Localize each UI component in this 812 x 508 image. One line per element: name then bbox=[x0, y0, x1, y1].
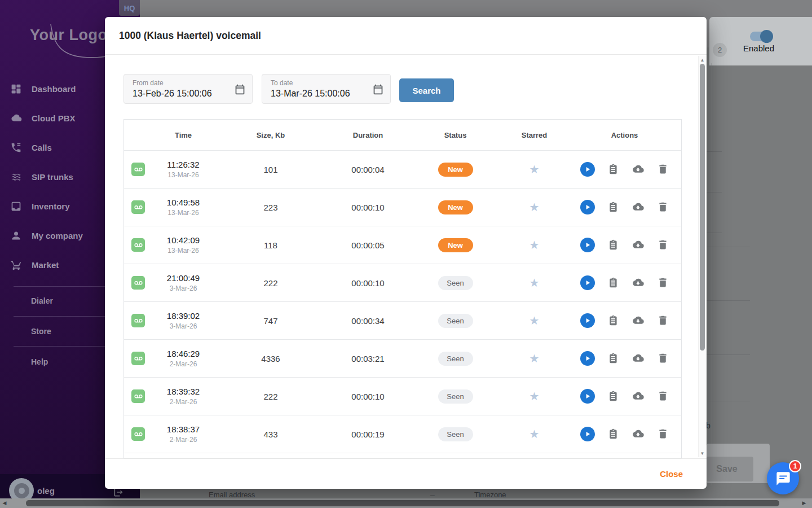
search-button[interactable]: Search bbox=[399, 78, 454, 102]
horizontal-scrollbar[interactable]: ◀ ▶ bbox=[0, 498, 812, 508]
star-icon[interactable]: ★ bbox=[529, 352, 540, 365]
copy-button[interactable] bbox=[607, 163, 620, 176]
play-button[interactable] bbox=[580, 313, 595, 328]
modal-vertical-scrollbar[interactable]: ▲ ▼ bbox=[698, 56, 706, 457]
clipboard-icon bbox=[607, 277, 619, 288]
star-icon[interactable]: ★ bbox=[529, 314, 540, 327]
scroll-left-icon[interactable]: ◀ bbox=[0, 498, 9, 508]
download-button[interactable] bbox=[632, 352, 645, 365]
sidebar-item-label: Dashboard bbox=[32, 84, 76, 94]
star-icon[interactable]: ★ bbox=[529, 428, 540, 440]
star-icon[interactable]: ★ bbox=[529, 163, 540, 176]
trash-icon bbox=[657, 277, 669, 288]
to-date-field[interactable]: To date 13-Mar-26 15:00:06 bbox=[262, 74, 391, 104]
delete-button[interactable] bbox=[657, 201, 669, 213]
avatar-placeholder-icon bbox=[14, 483, 29, 498]
delete-button[interactable] bbox=[657, 277, 669, 289]
sidebar-item-store[interactable]: Store bbox=[31, 327, 51, 336]
download-button[interactable] bbox=[632, 239, 645, 251]
download-button[interactable] bbox=[632, 390, 645, 402]
voicemail-time: 10:49:58 bbox=[152, 198, 214, 207]
play-button[interactable] bbox=[580, 351, 595, 366]
play-button[interactable] bbox=[580, 389, 595, 404]
voicemail-duration: 00:00:04 bbox=[327, 165, 409, 174]
star-icon[interactable]: ★ bbox=[529, 390, 540, 402]
enabled-toggle[interactable] bbox=[750, 32, 770, 41]
toggle-knob bbox=[760, 30, 773, 43]
sidebar-item-label: My company bbox=[32, 231, 83, 240]
logo: Your Logo bbox=[30, 27, 107, 44]
cloud-download-icon bbox=[632, 352, 644, 364]
download-button[interactable] bbox=[632, 163, 645, 176]
table-row: 11:26:3213-Mar-26 101 00:00:04 New ★ bbox=[124, 150, 681, 188]
email-address-label: Email address bbox=[209, 491, 255, 499]
calendar-icon[interactable] bbox=[234, 84, 246, 95]
scroll-down-icon[interactable]: ▼ bbox=[699, 449, 706, 457]
play-button[interactable] bbox=[580, 162, 595, 177]
voicemail-time: 18:38:37 bbox=[152, 424, 214, 434]
play-button[interactable] bbox=[580, 275, 595, 290]
download-button[interactable] bbox=[632, 314, 645, 327]
copy-button[interactable] bbox=[607, 239, 620, 251]
delete-button[interactable] bbox=[657, 314, 669, 327]
save-button[interactable]: Save bbox=[700, 457, 753, 481]
modal-footer: Close bbox=[105, 458, 707, 489]
voicemail-date: 2-Mar-26 bbox=[152, 436, 214, 444]
voicemail-icon bbox=[131, 163, 145, 176]
copy-button[interactable] bbox=[607, 314, 620, 327]
scroll-right-icon[interactable]: ▶ bbox=[800, 498, 809, 508]
horizontal-scrollbar-thumb[interactable] bbox=[26, 500, 779, 506]
star-icon[interactable]: ★ bbox=[529, 201, 540, 213]
background-field-line bbox=[707, 354, 750, 355]
delete-button[interactable] bbox=[657, 163, 669, 176]
download-button[interactable] bbox=[632, 428, 645, 440]
voicemail-duration: 00:00:10 bbox=[327, 203, 409, 212]
delete-button[interactable] bbox=[657, 428, 669, 440]
cloud-download-icon bbox=[632, 239, 644, 251]
voicemail-duration: 00:00:34 bbox=[327, 316, 409, 326]
delete-button[interactable] bbox=[657, 390, 669, 402]
delete-button[interactable] bbox=[657, 239, 669, 251]
col-header-time: Time bbox=[152, 131, 214, 139]
status-badge: New bbox=[438, 238, 473, 252]
hq-location-tab[interactable]: HQ bbox=[119, 0, 140, 16]
clipboard-icon bbox=[607, 428, 619, 440]
voicemail-icon bbox=[131, 389, 145, 403]
copy-button[interactable] bbox=[607, 352, 620, 365]
modal-scrollbar-thumb[interactable] bbox=[700, 64, 705, 351]
voicemail-date: 13-Mar-26 bbox=[152, 209, 214, 217]
from-date-field[interactable]: From date 13-Feb-26 15:00:06 bbox=[123, 74, 253, 104]
star-icon[interactable]: ★ bbox=[529, 239, 540, 251]
copy-button[interactable] bbox=[607, 390, 620, 402]
play-icon bbox=[584, 354, 592, 362]
star-icon[interactable]: ★ bbox=[529, 277, 540, 289]
cloud-download-icon bbox=[632, 277, 644, 288]
voicemail-date: 13-Mar-26 bbox=[152, 171, 214, 179]
voicemail-size: 747 bbox=[214, 316, 327, 326]
sidebar-item-help[interactable]: Help bbox=[31, 357, 48, 366]
copy-button[interactable] bbox=[607, 277, 620, 289]
download-button[interactable] bbox=[632, 201, 645, 213]
scroll-up-icon[interactable]: ▲ bbox=[699, 56, 706, 64]
calendar-icon[interactable] bbox=[372, 84, 384, 95]
sidebar-item-dialer[interactable]: Dialer bbox=[31, 296, 53, 305]
table-row: 10:42:0913-Mar-26 118 00:00:05 New ★ bbox=[124, 226, 681, 264]
voicemail-icon bbox=[131, 238, 145, 252]
trash-icon bbox=[657, 314, 669, 326]
play-button[interactable] bbox=[580, 427, 595, 441]
delete-button[interactable] bbox=[657, 352, 669, 365]
cart-icon bbox=[10, 259, 22, 271]
sidebar-item-label: SIP trunks bbox=[32, 172, 73, 182]
copy-button[interactable] bbox=[607, 201, 620, 213]
play-button[interactable] bbox=[580, 200, 595, 214]
col-header-duration: Duration bbox=[327, 131, 409, 139]
copy-button[interactable] bbox=[607, 428, 620, 440]
voicemail-icon bbox=[131, 314, 145, 327]
voicemail-icon bbox=[131, 200, 145, 214]
play-button[interactable] bbox=[580, 238, 595, 252]
close-button[interactable]: Close bbox=[660, 469, 683, 479]
from-date-value: 13-Feb-26 15:00:06 bbox=[133, 89, 245, 99]
sidebar-item-label: Inventory bbox=[32, 202, 70, 211]
play-icon bbox=[584, 317, 592, 325]
download-button[interactable] bbox=[632, 277, 645, 289]
